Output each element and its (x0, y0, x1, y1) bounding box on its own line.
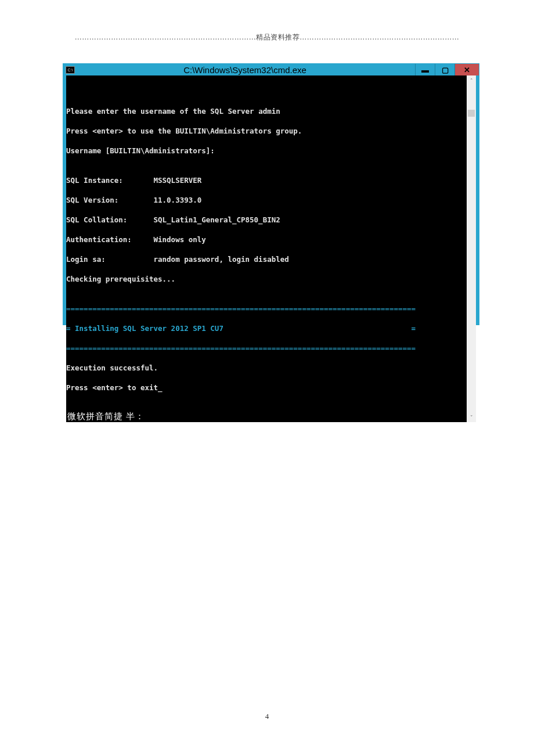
chevron-down-icon: ˅ (470, 415, 473, 420)
prop-key: Login sa: (66, 254, 154, 264)
minimize-icon: ▬ (421, 66, 429, 74)
cmd-icon-text: C:\ (68, 68, 73, 72)
header-dots-left: ………………………………………………………………… (75, 33, 257, 41)
terminal-prop-row: Login sa:random password, login disabled (66, 254, 467, 264)
terminal-line: Press <enter> to use the BUILTIN\Adminis… (66, 126, 467, 136)
scroll-thumb[interactable] (468, 110, 475, 117)
terminal-line: = Installing SQL Server 2012 SP1 CU7 = (66, 323, 467, 333)
scroll-track[interactable] (467, 85, 476, 412)
terminal-prop-row: SQL Version:11.0.3393.0 (66, 195, 467, 205)
window-buttons: ▬ ▢ ✕ (415, 64, 479, 75)
header-text: 精品资料推荐 (256, 33, 300, 41)
page-header: …………………………………………………………………精品资料推荐………………………… (0, 33, 534, 42)
prop-key: SQL Collation: (66, 215, 154, 225)
prop-value: 11.0.3393.0 (154, 195, 202, 205)
prop-key: Authentication: (66, 235, 154, 244)
title-bar[interactable]: C:\ C:\Windows\System32\cmd.exe ▬ ▢ ✕ (63, 64, 479, 75)
close-button[interactable]: ✕ (454, 64, 479, 75)
maximize-icon: ▢ (442, 66, 449, 74)
window-title: C:\Windows\System32\cmd.exe (75, 65, 415, 75)
scroll-up-button[interactable]: ˄ (467, 75, 476, 85)
page-number: 4 (0, 712, 534, 721)
prop-key: SQL Version: (66, 195, 154, 205)
prop-value: MSSQLSERVER (154, 175, 202, 185)
prop-value: Windows only (154, 235, 206, 244)
close-icon: ✕ (464, 66, 470, 74)
cmd-client-area: Please enter the username of the SQL Ser… (66, 75, 476, 422)
terminal-prop-row: SQL Collation:SQL_Latin1_General_CP850_B… (66, 215, 467, 225)
terminal-prop-row: SQL Instance:MSSQLSERVER (66, 175, 467, 185)
terminal-output[interactable]: Please enter the username of the SQL Ser… (66, 75, 467, 422)
prop-value: SQL_Latin1_General_CP850_BIN2 (154, 215, 280, 225)
terminal-line: Username [BUILTIN\Administrators]: (66, 146, 467, 156)
terminal-line: Execution successful. (66, 363, 467, 373)
terminal-sep: ========================================… (66, 304, 467, 314)
maximize-button[interactable]: ▢ (435, 64, 454, 75)
cmd-window: C:\ C:\Windows\System32\cmd.exe ▬ ▢ ✕ Pl… (63, 63, 479, 325)
terminal-line: Please enter the username of the SQL Ser… (66, 106, 467, 116)
prop-key: SQL Instance: (66, 175, 154, 185)
prop-value: random password, login disabled (154, 254, 289, 264)
header-dots-right: ………………………………………………………… (300, 33, 459, 41)
scroll-down-button[interactable]: ˅ (467, 412, 476, 422)
terminal-prop-row: Authentication:Windows only (66, 235, 467, 244)
terminal-line: Press <enter> to exit_ (66, 383, 467, 393)
ime-status: 微软拼音简捷 半： (67, 411, 145, 421)
terminal-line: Checking prerequisites... (66, 274, 467, 284)
vertical-scrollbar[interactable]: ˄ ˅ (467, 75, 476, 422)
chevron-up-icon: ˄ (470, 78, 473, 84)
minimize-button[interactable]: ▬ (415, 64, 435, 75)
terminal-sep: ========================================… (66, 343, 467, 353)
cmd-icon[interactable]: C:\ (66, 66, 75, 74)
